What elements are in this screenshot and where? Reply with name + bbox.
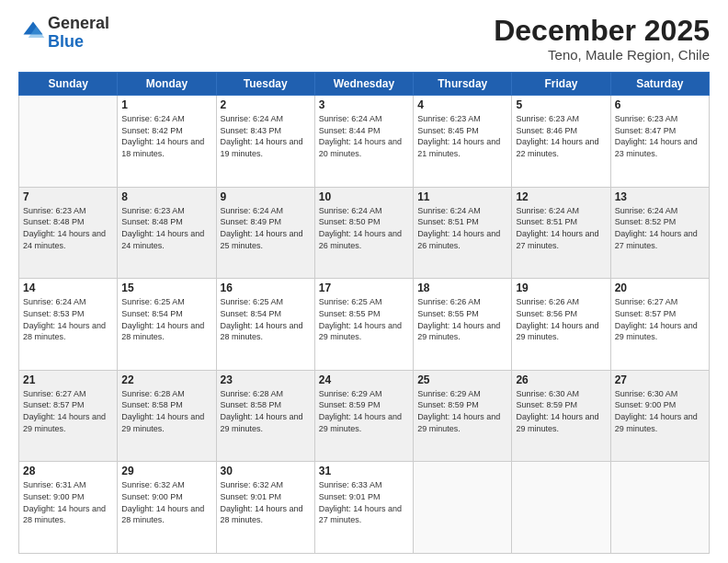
- header-day-monday: Monday: [118, 73, 216, 96]
- day-info: Sunrise: 6:23 AMSunset: 8:48 PMDaylight:…: [121, 205, 211, 251]
- calendar-cell: [19, 96, 118, 188]
- header-day-saturday: Saturday: [610, 73, 709, 96]
- day-number: 29: [121, 465, 211, 477]
- calendar-cell: 23Sunrise: 6:28 AMSunset: 8:58 PMDayligh…: [216, 370, 314, 462]
- day-info: Sunrise: 6:26 AMSunset: 8:55 PMDaylight:…: [417, 296, 507, 342]
- calendar-cell: 27Sunrise: 6:30 AMSunset: 9:00 PMDayligh…: [610, 370, 709, 462]
- calendar-cell: 18Sunrise: 6:26 AMSunset: 8:55 PMDayligh…: [414, 279, 512, 371]
- day-number: 4: [417, 98, 507, 111]
- calendar-cell: 12Sunrise: 6:24 AMSunset: 8:51 PMDayligh…: [512, 187, 610, 279]
- day-number: 21: [23, 373, 113, 386]
- logo-icon: [20, 18, 46, 44]
- day-number: 12: [516, 190, 606, 203]
- header-day-thursday: Thursday: [414, 73, 512, 96]
- logo-text: General Blue: [48, 15, 109, 52]
- header-row: SundayMondayTuesdayWednesdayThursdayFrid…: [19, 73, 710, 96]
- week-row-4: 21Sunrise: 6:27 AMSunset: 8:57 PMDayligh…: [19, 370, 710, 462]
- header-day-sunday: Sunday: [19, 73, 118, 96]
- day-info: Sunrise: 6:28 AMSunset: 8:58 PMDaylight:…: [121, 388, 211, 434]
- day-number: 2: [221, 98, 311, 111]
- day-number: 14: [23, 282, 113, 294]
- calendar-cell: 28Sunrise: 6:31 AMSunset: 9:00 PMDayligh…: [19, 462, 118, 554]
- day-number: 18: [417, 282, 507, 294]
- day-info: Sunrise: 6:24 AMSunset: 8:44 PMDaylight:…: [319, 113, 409, 159]
- day-number: 27: [615, 373, 705, 386]
- day-number: 23: [221, 373, 311, 386]
- calendar-header: SundayMondayTuesdayWednesdayThursdayFrid…: [19, 73, 710, 96]
- day-info: Sunrise: 6:24 AMSunset: 8:51 PMDaylight:…: [417, 205, 507, 251]
- title-block: December 2025 Teno, Maule Region, Chile: [494, 15, 710, 63]
- page-title: December 2025: [494, 15, 710, 47]
- calendar-cell: 10Sunrise: 6:24 AMSunset: 8:50 PMDayligh…: [314, 187, 413, 279]
- day-info: Sunrise: 6:24 AMSunset: 8:43 PMDaylight:…: [221, 113, 311, 159]
- day-info: Sunrise: 6:24 AMSunset: 8:49 PMDaylight:…: [221, 205, 311, 251]
- day-info: Sunrise: 6:25 AMSunset: 8:54 PMDaylight:…: [221, 296, 311, 342]
- calendar-cell: 8Sunrise: 6:23 AMSunset: 8:48 PMDaylight…: [118, 187, 216, 279]
- day-number: 8: [121, 190, 211, 203]
- day-info: Sunrise: 6:24 AMSunset: 8:51 PMDaylight:…: [516, 205, 606, 251]
- calendar-cell: 15Sunrise: 6:25 AMSunset: 8:54 PMDayligh…: [118, 279, 216, 371]
- header-day-wednesday: Wednesday: [314, 73, 413, 96]
- day-info: Sunrise: 6:23 AMSunset: 8:48 PMDaylight:…: [23, 205, 113, 251]
- day-number: 19: [516, 282, 606, 294]
- day-number: 25: [417, 373, 507, 386]
- calendar-cell: 26Sunrise: 6:30 AMSunset: 8:59 PMDayligh…: [512, 370, 610, 462]
- day-info: Sunrise: 6:23 AMSunset: 8:46 PMDaylight:…: [516, 113, 606, 159]
- day-info: Sunrise: 6:28 AMSunset: 8:58 PMDaylight:…: [221, 388, 311, 434]
- calendar-cell: 5Sunrise: 6:23 AMSunset: 8:46 PMDaylight…: [512, 96, 610, 188]
- calendar-cell: 3Sunrise: 6:24 AMSunset: 8:44 PMDaylight…: [314, 96, 413, 188]
- logo-general: General: [48, 14, 109, 32]
- day-number: 24: [319, 373, 409, 386]
- day-number: 13: [615, 190, 705, 203]
- page: General Blue December 2025 Teno, Maule R…: [0, 0, 728, 563]
- calendar-cell: 21Sunrise: 6:27 AMSunset: 8:57 PMDayligh…: [19, 370, 118, 462]
- day-number: 17: [319, 282, 409, 294]
- day-info: Sunrise: 6:24 AMSunset: 8:52 PMDaylight:…: [615, 205, 705, 251]
- calendar-cell: 22Sunrise: 6:28 AMSunset: 8:58 PMDayligh…: [118, 370, 216, 462]
- day-number: 11: [417, 190, 507, 203]
- week-row-2: 7Sunrise: 6:23 AMSunset: 8:48 PMDaylight…: [19, 187, 710, 279]
- logo: General Blue: [18, 15, 109, 52]
- day-number: 7: [23, 190, 113, 203]
- day-info: Sunrise: 6:23 AMSunset: 8:47 PMDaylight:…: [615, 113, 705, 159]
- calendar-cell: [610, 462, 709, 554]
- day-number: 28: [23, 465, 113, 477]
- day-info: Sunrise: 6:29 AMSunset: 8:59 PMDaylight:…: [417, 388, 507, 434]
- day-info: Sunrise: 6:25 AMSunset: 8:54 PMDaylight:…: [121, 296, 211, 342]
- day-info: Sunrise: 6:24 AMSunset: 8:42 PMDaylight:…: [121, 113, 211, 159]
- day-number: 22: [121, 373, 211, 386]
- day-number: 20: [615, 282, 705, 294]
- day-number: 15: [121, 282, 211, 294]
- day-info: Sunrise: 6:27 AMSunset: 8:57 PMDaylight:…: [615, 296, 705, 342]
- day-number: 30: [221, 465, 311, 477]
- header: General Blue December 2025 Teno, Maule R…: [18, 15, 710, 63]
- week-row-1: 1Sunrise: 6:24 AMSunset: 8:42 PMDaylight…: [19, 96, 710, 188]
- day-number: 3: [319, 98, 409, 111]
- calendar-cell: 13Sunrise: 6:24 AMSunset: 8:52 PMDayligh…: [610, 187, 709, 279]
- day-info: Sunrise: 6:29 AMSunset: 8:59 PMDaylight:…: [319, 388, 409, 434]
- calendar-cell: 25Sunrise: 6:29 AMSunset: 8:59 PMDayligh…: [414, 370, 512, 462]
- calendar-cell: 17Sunrise: 6:25 AMSunset: 8:55 PMDayligh…: [314, 279, 413, 371]
- calendar-cell: 20Sunrise: 6:27 AMSunset: 8:57 PMDayligh…: [610, 279, 709, 371]
- day-number: 5: [516, 98, 606, 111]
- day-info: Sunrise: 6:32 AMSunset: 9:01 PMDaylight:…: [221, 479, 311, 525]
- calendar-cell: 29Sunrise: 6:32 AMSunset: 9:00 PMDayligh…: [118, 462, 216, 554]
- day-info: Sunrise: 6:24 AMSunset: 8:50 PMDaylight:…: [319, 205, 409, 251]
- day-number: 26: [516, 373, 606, 386]
- day-number: 10: [319, 190, 409, 203]
- day-info: Sunrise: 6:25 AMSunset: 8:55 PMDaylight:…: [319, 296, 409, 342]
- day-number: 6: [615, 98, 705, 111]
- calendar-cell: 6Sunrise: 6:23 AMSunset: 8:47 PMDaylight…: [610, 96, 709, 188]
- calendar-table: SundayMondayTuesdayWednesdayThursdayFrid…: [18, 72, 710, 554]
- calendar-cell: 7Sunrise: 6:23 AMSunset: 8:48 PMDaylight…: [19, 187, 118, 279]
- calendar-cell: 19Sunrise: 6:26 AMSunset: 8:56 PMDayligh…: [512, 279, 610, 371]
- day-info: Sunrise: 6:30 AMSunset: 8:59 PMDaylight:…: [516, 388, 606, 434]
- day-info: Sunrise: 6:24 AMSunset: 8:53 PMDaylight:…: [23, 296, 113, 342]
- day-info: Sunrise: 6:27 AMSunset: 8:57 PMDaylight:…: [23, 388, 113, 434]
- day-info: Sunrise: 6:32 AMSunset: 9:00 PMDaylight:…: [121, 479, 211, 525]
- calendar-cell: 31Sunrise: 6:33 AMSunset: 9:01 PMDayligh…: [314, 462, 413, 554]
- calendar-cell: 4Sunrise: 6:23 AMSunset: 8:45 PMDaylight…: [414, 96, 512, 188]
- calendar-cell: 1Sunrise: 6:24 AMSunset: 8:42 PMDaylight…: [118, 96, 216, 188]
- day-info: Sunrise: 6:33 AMSunset: 9:01 PMDaylight:…: [319, 479, 409, 525]
- calendar-cell: 24Sunrise: 6:29 AMSunset: 8:59 PMDayligh…: [314, 370, 413, 462]
